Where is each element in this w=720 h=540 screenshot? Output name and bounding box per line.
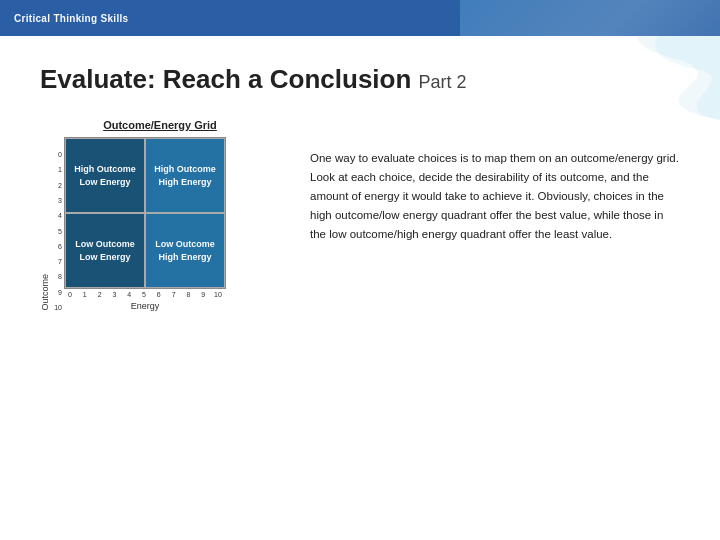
y-tick: 6 xyxy=(52,243,62,250)
main-layout: Outcome/Energy Grid Outcome 10 9 8 7 6 5… xyxy=(40,119,680,311)
y-tick: 2 xyxy=(52,182,62,189)
y-tick: 0 xyxy=(52,151,62,158)
quadrant-high-outcome-low-energy: High Outcome Low Energy xyxy=(65,138,145,213)
description-text: One way to evaluate choices is to map th… xyxy=(310,119,680,244)
y-tick: 8 xyxy=(52,273,62,280)
grid-title: Outcome/Energy Grid xyxy=(40,119,280,131)
y-tick: 9 xyxy=(52,289,62,296)
quadrant-low-outcome-high-energy: Low Outcome High Energy xyxy=(145,213,225,288)
part-label: Part 2 xyxy=(419,72,467,92)
y-tick: 4 xyxy=(52,212,62,219)
header-title: Critical Thinking Skills xyxy=(14,13,128,24)
grid-wrapper: Outcome 10 9 8 7 6 5 4 3 2 1 0 xyxy=(40,137,280,311)
x-axis-label: Energy xyxy=(64,301,226,311)
y-tick: 10 xyxy=(52,304,62,311)
y-axis-label: Outcome xyxy=(40,254,50,311)
quadrant-high-outcome-high-energy: High Outcome High Energy xyxy=(145,138,225,213)
x-axis-ticks: 0 1 2 3 4 5 6 7 8 9 10 xyxy=(64,291,224,298)
grid-area: High Outcome Low Energy High Outcome Hig… xyxy=(64,137,226,311)
page-title: Evaluate: Reach a Conclusion Part 2 xyxy=(40,64,680,95)
y-tick: 1 xyxy=(52,166,62,173)
header-bar: Critical Thinking Skills xyxy=(0,0,720,36)
y-axis-ticks: 10 9 8 7 6 5 4 3 2 1 0 xyxy=(52,151,62,311)
main-content: Evaluate: Reach a Conclusion Part 2 Outc… xyxy=(0,36,720,331)
y-tick: 3 xyxy=(52,197,62,204)
outcome-energy-grid-container: Outcome/Energy Grid Outcome 10 9 8 7 6 5… xyxy=(40,119,280,311)
y-tick: 5 xyxy=(52,228,62,235)
y-tick: 7 xyxy=(52,258,62,265)
quadrant-low-outcome-low-energy: Low Outcome Low Energy xyxy=(65,213,145,288)
quadrant-grid: High Outcome Low Energy High Outcome Hig… xyxy=(64,137,226,289)
